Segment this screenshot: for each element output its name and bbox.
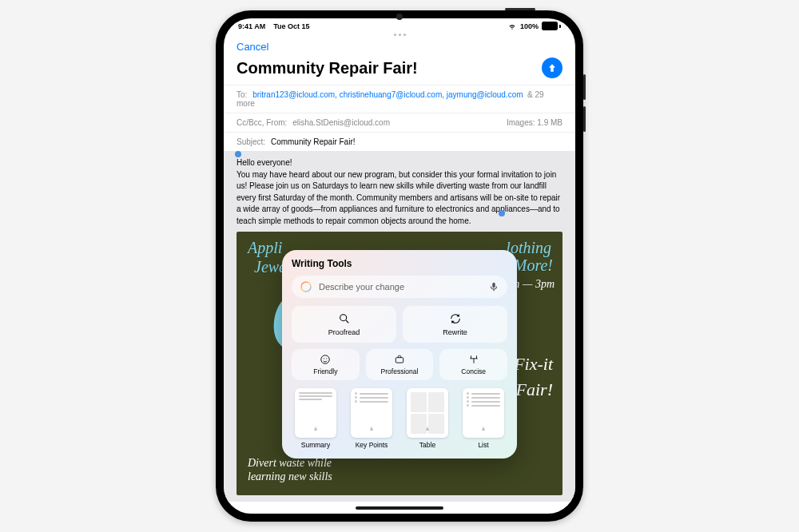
ccbcc-from-field[interactable]: Cc/Bcc, From: elisha.StDenis@icloud.com … bbox=[224, 113, 575, 132]
svg-point-0 bbox=[301, 282, 311, 292]
status-bar: 9:41 AM Tue Oct 15 100% bbox=[224, 18, 575, 32]
home-indicator[interactable] bbox=[356, 506, 443, 510]
writing-tools-title: Writing Tools bbox=[292, 258, 507, 269]
images-size: 1.9 MB bbox=[537, 118, 562, 127]
status-time: 9:41 AM bbox=[238, 22, 265, 30]
table-thumb-icon bbox=[407, 388, 448, 438]
poster-fixit: Fix-itFair! bbox=[514, 351, 553, 403]
summary-button[interactable]: Summary bbox=[292, 388, 340, 449]
keypoints-thumb-icon bbox=[351, 388, 392, 438]
keypoints-button[interactable]: Key Points bbox=[348, 388, 396, 449]
svg-point-5 bbox=[326, 358, 327, 359]
to-field[interactable]: To: britran123@icloud.com, christinehuan… bbox=[224, 85, 575, 113]
writing-tools-popover: Writing Tools Describe your change Proof… bbox=[282, 250, 517, 459]
images-label: Images: bbox=[507, 118, 535, 127]
to-recipients: britran123@icloud.com, christinehuang7@i… bbox=[252, 90, 523, 99]
list-thumb-icon bbox=[463, 388, 504, 438]
subject-field[interactable]: Subject: Community Repair Fair! bbox=[224, 132, 575, 151]
body-greeting: Hello everyone! bbox=[237, 157, 562, 169]
selection-handle-end[interactable] bbox=[499, 210, 505, 216]
battery-percent: 100% bbox=[520, 22, 539, 30]
selection-handle-start[interactable] bbox=[235, 151, 241, 157]
describe-change-input[interactable]: Describe your change bbox=[292, 276, 507, 298]
to-label: To: bbox=[237, 90, 247, 99]
smile-icon bbox=[320, 354, 331, 365]
poster-text-4: More! bbox=[514, 254, 553, 277]
compose-title: Community Repair Fair! bbox=[237, 59, 418, 77]
power-button bbox=[505, 8, 535, 10]
svg-point-4 bbox=[324, 358, 324, 359]
concise-icon bbox=[468, 354, 479, 365]
rewrite-button[interactable]: Rewrite bbox=[403, 306, 507, 343]
battery-icon bbox=[542, 22, 561, 30]
apple-intelligence-icon bbox=[300, 280, 312, 293]
describe-placeholder: Describe your change bbox=[319, 282, 482, 292]
volume-down-button bbox=[583, 106, 586, 132]
friendly-button[interactable]: Friendly bbox=[292, 349, 360, 380]
svg-point-1 bbox=[340, 315, 346, 321]
from-address: elisha.StDenis@icloud.com bbox=[292, 118, 390, 127]
table-button[interactable]: Table bbox=[403, 388, 451, 449]
wifi-icon bbox=[507, 22, 517, 30]
list-button[interactable]: List bbox=[459, 388, 507, 449]
svg-point-3 bbox=[321, 355, 330, 364]
professional-button[interactable]: Professional bbox=[366, 349, 434, 380]
screen: 9:41 AM Tue Oct 15 100% Cancel bbox=[224, 18, 575, 514]
ipad-device: 9:41 AM Tue Oct 15 100% Cancel bbox=[216, 10, 583, 522]
status-time-date: 9:41 AM Tue Oct 15 bbox=[238, 22, 310, 30]
magnifier-icon bbox=[338, 312, 351, 325]
rewrite-icon bbox=[449, 312, 462, 325]
concise-button[interactable]: Concise bbox=[439, 349, 507, 380]
svg-line-2 bbox=[346, 320, 348, 323]
front-camera bbox=[396, 14, 403, 20]
status-date: Tue Oct 15 bbox=[273, 22, 309, 30]
body-text: You may have heard about our new program… bbox=[237, 169, 562, 228]
subject-label: Subject: bbox=[237, 137, 265, 146]
compose-header: Cancel bbox=[224, 38, 575, 58]
briefcase-icon bbox=[394, 354, 405, 365]
subject-value: Community Repair Fair! bbox=[271, 137, 356, 146]
poster-divert: Divert waste while learning new skills bbox=[248, 457, 344, 484]
send-button[interactable] bbox=[542, 58, 562, 78]
arrow-up-icon bbox=[547, 62, 558, 73]
svg-rect-6 bbox=[396, 358, 403, 363]
volume-up-button bbox=[583, 74, 586, 100]
multitasking-dots-icon[interactable] bbox=[224, 32, 575, 38]
summary-thumb-icon bbox=[295, 388, 336, 438]
ccbcc-label: Cc/Bcc, From: bbox=[237, 118, 287, 127]
proofread-button[interactable]: Proofread bbox=[292, 306, 396, 343]
microphone-icon[interactable] bbox=[488, 281, 499, 292]
cancel-button[interactable]: Cancel bbox=[237, 41, 268, 53]
